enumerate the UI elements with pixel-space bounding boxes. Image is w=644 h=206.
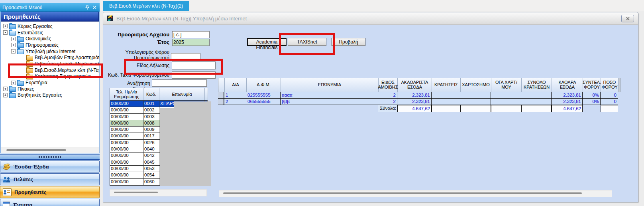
window-titlebar[interactable]: Βεβ.Εισοδ.Μερ/των κλπ (N-Ταχ)| Υποβολή μ… [103, 12, 638, 25]
totals-gross: 4.647,62 [397, 105, 432, 112]
expander-icon[interactable]: + [11, 37, 16, 41]
folder-icon [26, 56, 33, 61]
totals-label: Σύνολα: [378, 105, 397, 112]
destination-input[interactable] [172, 31, 210, 38]
tree-item-ektyposeis[interactable]: -Εκτυπώσεις [2, 30, 99, 36]
scrollbar-thumb[interactable] [114, 192, 158, 193]
expander-icon[interactable]: - [11, 49, 16, 53]
window-content: Προορισμός Αρχείου Έτος Υπολογισμός Φόρο… [103, 25, 638, 202]
col-aa[interactable]: Α/Α [225, 78, 247, 92]
company-list-header: Τελ. Ημ/νία Ενημέρωσης Κωδ. Επωνυμία [110, 88, 208, 101]
grid-header: Α/Α Α.Φ.Μ. ΕΠΩΝΥΜΙΑ ΕΙΔΟΣ ΑΜΟΙΒΗΣ ΑΚΑΘΑΡ… [218, 78, 621, 92]
expander-icon[interactable]: - [3, 30, 8, 35]
module-nav: Έσοδα-Έξοδα Πελάτες Προμηθευτές Έντυπα [0, 160, 100, 206]
company-search-input[interactable] [152, 79, 207, 87]
splitter-grip-icon [39, 156, 61, 158]
sidebar-section-title: Προμηθευτές [1, 12, 99, 22]
col-kratiseis[interactable]: ΚΡΑΤΗΣΕΙΣ [432, 78, 461, 92]
grid-totals-row: Σύνολα: 4.647,62 4.647,62 [218, 105, 621, 112]
col-oga[interactable]: ΟΓΑ ΧΑΡΤ/ΜΟΥ [491, 78, 522, 92]
sidebar-caption-title: Προσωπικό Μενού [2, 5, 83, 10]
expander-icon[interactable]: + [3, 93, 8, 97]
tree-horizontal-scrollbar[interactable] [1, 147, 99, 153]
col-code[interactable]: Κωδ. [143, 88, 159, 100]
expander-icon[interactable]: + [3, 24, 8, 28]
folder-icon [17, 37, 24, 42]
col-syntelestis[interactable]: ΣΥΝΤΕΛ. ΦΟΡΟΥ [583, 78, 601, 92]
tree-item-kyries-ergasies[interactable]: +Κύριες Εργασίες [2, 23, 99, 30]
year-input[interactable] [172, 39, 210, 46]
sidebar-caption: Προσωπικό Μενού [0, 3, 100, 12]
folder-icon [17, 81, 24, 86]
folder-icon [9, 24, 16, 29]
people-icon [3, 176, 11, 183]
col-xartosimo[interactable]: ΧΑΡΤΟΣΗΜΟ [461, 78, 491, 92]
col-synolo-kratiseon[interactable]: ΣΥΝΟΛΟ ΚΡΑΤΗΣΕΩΝ [522, 78, 552, 92]
tree-item-evretiria[interactable]: +Ευρετήρια [2, 79, 99, 86]
nav-promitheutes[interactable]: Προμηθευτές [0, 186, 100, 198]
col-filler [205, 88, 208, 100]
sidebar-close-icon[interactable] [92, 5, 97, 10]
grid-row[interactable]: 2 065555555 βββ 2 2.323,81 2.323,81 0% 0 [218, 99, 621, 105]
expander-icon[interactable]: + [11, 43, 16, 47]
company-list-horizontal-scrollbar[interactable] [110, 189, 207, 196]
grid-horizontal-scrollbar[interactable] [219, 190, 612, 197]
redaction-overlay [174, 101, 211, 108]
certificates-grid: Α/Α Α.Φ.Μ. ΕΠΩΝΥΜΙΑ ΕΙΔΟΣ ΑΜΟΙΒΗΣ ΑΚΑΘΑΡ… [218, 78, 621, 112]
totals-net: 4.647,62 [552, 105, 583, 112]
submission-window: Βεβ.Εισοδ.Μερ/των κλπ (N-Ταχ)| Υποβολή μ… [103, 12, 638, 202]
tab-vev-eisod-ntax[interactable]: Βεβ.Εισοδ.Μερ/των κλπ (N-Ταχ)(2) [103, 1, 189, 11]
nav-esoda-exoda[interactable]: Έσοδα-Έξοδα [0, 160, 100, 172]
col-afm[interactable]: Α.Φ.Μ. [247, 78, 281, 92]
open-folder-icon [17, 50, 24, 54]
col-kathara[interactable]: ΚΑΘΑΡΑ ΕΣΟΔΑ [552, 78, 583, 92]
col-filler [618, 78, 621, 92]
col-company-name[interactable]: Επωνυμία [159, 88, 205, 100]
grid-row[interactable]: 1 025555555 αααα 2 2.323,81 2.323,81 0% … [218, 92, 621, 99]
nav-pelates[interactable]: Πελάτες [0, 173, 100, 185]
tree-item-vev-amoivon[interactable]: Βεβ.Αμοιβών Επιχ.Δραστηριότητας [2, 54, 99, 61]
window-icon [107, 16, 113, 21]
tab-strip: Βεβ.Εισοδ.Μερ/των κλπ (N-Ταχ)(2) [100, 0, 644, 11]
tree-item-voithitikes-ergasies[interactable]: +Βοηθητικές Εργασίες [2, 92, 99, 99]
main-area: Βεβ.Εισοδ.Μερ/των κλπ (N-Ταχ)(2) Βεβ.Εισ… [100, 0, 644, 206]
panel-splitter[interactable] [0, 154, 100, 160]
folder-icon [9, 87, 16, 92]
col-eidos-amoivis[interactable]: ΕΙΔΟΣ ΑΜΟΙΒΗΣ [379, 78, 398, 92]
folder-icon [9, 93, 16, 98]
annotation-box-declaration-type [124, 59, 223, 75]
window-title: Βεβ.Εισοδ.Μερ/των κλπ (N-Ταχ)| Υποβολή μ… [116, 16, 618, 22]
col-eponymia[interactable]: ΕΠΩΝΥΜΙΑ [281, 78, 379, 92]
scrollbar-thumb[interactable] [6, 149, 66, 151]
window-close-button[interactable] [621, 15, 634, 22]
col-akatharista[interactable]: ΑΚΑΘΑΡΙΣΤΑ ΕΣΟΔΑ [398, 78, 432, 92]
open-folder-icon [9, 31, 16, 36]
scrollbar-thumb[interactable] [223, 192, 582, 194]
preview-button[interactable]: Προβολή [332, 38, 365, 46]
redaction-overlay [160, 108, 211, 186]
pin-icon[interactable] [84, 5, 90, 10]
tree-item-oikonomikes[interactable]: +Οικονομικές [2, 36, 99, 42]
folder-icon [17, 43, 24, 48]
tree-item-pliroforiakes[interactable]: +Πληροφοριακές [2, 42, 99, 48]
destination-label: Προορισμός Αρχείου [103, 32, 169, 38]
nav-entypa[interactable]: Έντυπα [0, 199, 100, 206]
col-poso-forou[interactable]: ΠΟΣΟ ΦΟΡΟΥ [601, 78, 618, 92]
form-document-icon [3, 202, 10, 206]
col-last-update[interactable]: Τελ. Ημ/νία Ενημέρωσης [110, 88, 143, 100]
expander-icon[interactable]: + [11, 81, 16, 85]
sidebar: Προσωπικό Μενού Προμηθευτές +Κύριες Εργα… [0, 0, 100, 206]
sidebar-frame: Προμηθευτές +Κύριες Εργασίες -Εκτυπώσεις… [0, 12, 100, 153]
tree-item-pinakes[interactable]: +Πίνακες [2, 86, 99, 92]
expander-icon[interactable]: + [3, 87, 8, 91]
year-label: Έτος [103, 39, 169, 45]
menu-tree: +Κύριες Εργασίες -Εκτυπώσεις +Οικονομικέ… [1, 22, 99, 147]
col-row-indicator [218, 78, 225, 92]
tree-item-ypovoli-internet[interactable]: -Υποβολή μέσω Internet [2, 48, 99, 55]
annotation-box-taxisnet [279, 33, 335, 55]
annotation-box-tree-item [8, 63, 103, 78]
supplier-card-icon [3, 188, 12, 196]
coins-icon [3, 163, 11, 170]
kiosk-tax-label-line1: Υπολογισμός Φόρου [103, 50, 169, 55]
